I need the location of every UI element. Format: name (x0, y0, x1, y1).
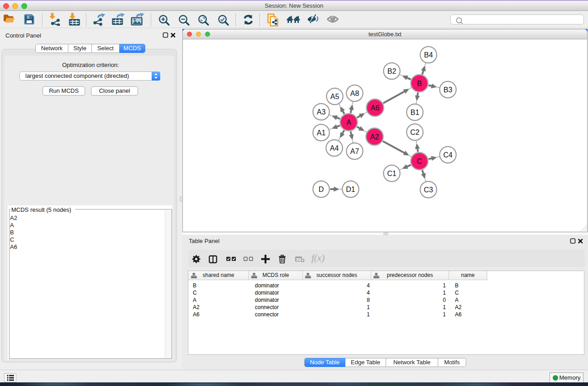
svg-text:B: B (417, 80, 422, 87)
svg-text:A5: A5 (330, 93, 339, 100)
svg-text:D1: D1 (346, 186, 355, 193)
svg-text:B2: B2 (387, 67, 397, 75)
svg-text:B3: B3 (444, 86, 453, 94)
svg-text:A4: A4 (330, 144, 339, 152)
svg-text:C1: C1 (387, 170, 397, 177)
svg-text:C: C (417, 157, 422, 165)
svg-text:B4: B4 (424, 51, 433, 59)
svg-text:A: A (346, 119, 351, 126)
svg-text:C3: C3 (424, 186, 433, 194)
svg-text:A7: A7 (350, 148, 359, 155)
svg-text:A1: A1 (317, 129, 326, 137)
svg-text:B1: B1 (411, 109, 420, 116)
svg-text:A6: A6 (371, 104, 380, 112)
svg-text:A2: A2 (370, 133, 379, 141)
svg-text:A8: A8 (350, 90, 359, 97)
svg-text:C2: C2 (410, 129, 420, 136)
svg-text:A3: A3 (317, 108, 326, 116)
svg-text:C4: C4 (443, 151, 453, 159)
svg-text:D: D (319, 186, 324, 193)
